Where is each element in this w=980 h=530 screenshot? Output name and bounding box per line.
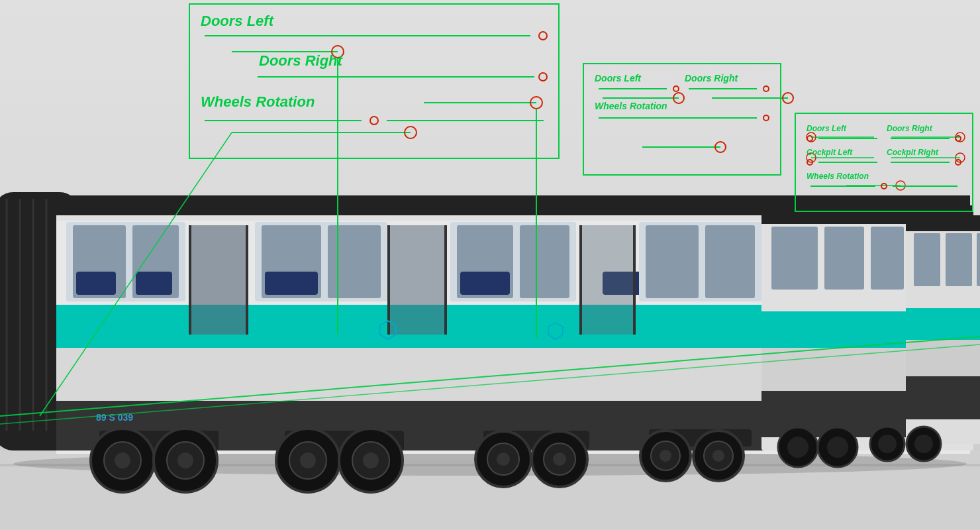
legend-line-wheels bbox=[201, 116, 548, 125]
svg-rect-48 bbox=[824, 227, 864, 290]
svg-rect-58 bbox=[977, 233, 980, 286]
b3-circle-cockpit-right bbox=[955, 159, 961, 166]
svg-point-68 bbox=[177, 452, 193, 468]
line-doors-left bbox=[205, 35, 530, 36]
b3-line-doors-right bbox=[891, 138, 950, 139]
b2-circle-doors-right bbox=[763, 85, 769, 92]
svg-point-97 bbox=[914, 435, 933, 453]
svg-rect-32 bbox=[136, 272, 172, 295]
b3-line-wheels bbox=[810, 186, 875, 187]
svg-text:⬡: ⬡ bbox=[546, 319, 565, 343]
svg-text:⬡: ⬡ bbox=[377, 316, 398, 343]
b3-doors-left-label: Doors Left bbox=[807, 124, 846, 133]
svg-rect-37 bbox=[579, 225, 582, 335]
scene-background: 89 S 039 ⬡ ⬡ bbox=[0, 0, 980, 530]
svg-rect-55 bbox=[906, 376, 980, 419]
b3-cockpit-left-label: Cockpit Left bbox=[807, 148, 852, 157]
b3-circle-cockpit-left bbox=[807, 159, 813, 166]
svg-rect-53 bbox=[906, 308, 980, 340]
svg-rect-21 bbox=[246, 225, 248, 335]
b3-doors-right-label: Doors Right bbox=[887, 124, 932, 133]
svg-rect-24 bbox=[328, 225, 381, 298]
b3-circle-wheels bbox=[881, 183, 887, 189]
legend-item-wheels: Wheels Rotation bbox=[201, 93, 548, 111]
b3-line-doors-left bbox=[818, 138, 877, 139]
svg-rect-56 bbox=[914, 233, 940, 286]
b2-circle-wheels bbox=[763, 115, 769, 121]
doors-right-label: Doors Right bbox=[259, 52, 342, 70]
svg-point-89 bbox=[712, 450, 724, 462]
line-wheels bbox=[205, 120, 362, 121]
b2-doors-right-label: Doors Right bbox=[685, 73, 738, 83]
svg-point-91 bbox=[787, 437, 808, 458]
b3-wheels-label: Wheels Rotation bbox=[807, 172, 869, 181]
b2-circle-doors-left bbox=[673, 85, 679, 92]
b3-circle-doors-right bbox=[955, 135, 961, 142]
doors-left-label: Doors Left bbox=[201, 13, 273, 30]
b3-cockpit-right-label: Cockpit Right bbox=[887, 148, 938, 157]
svg-rect-47 bbox=[771, 227, 818, 290]
b2-line-doors-right bbox=[689, 88, 757, 89]
svg-point-79 bbox=[497, 452, 510, 466]
svg-point-72 bbox=[300, 452, 316, 468]
svg-point-65 bbox=[115, 452, 130, 468]
line-doors-right bbox=[258, 76, 534, 78]
svg-rect-49 bbox=[871, 227, 904, 290]
svg-rect-41 bbox=[705, 225, 755, 298]
b3-line-wheels-2 bbox=[893, 186, 957, 187]
b2-line-wheels bbox=[599, 117, 757, 119]
svg-point-86 bbox=[660, 450, 671, 462]
svg-point-82 bbox=[553, 452, 566, 466]
b2-wheels-label: Wheels Rotation bbox=[595, 101, 667, 111]
svg-rect-31 bbox=[76, 272, 116, 295]
legend-line-doors-left bbox=[201, 31, 548, 40]
svg-rect-27 bbox=[444, 225, 447, 335]
svg-rect-52 bbox=[906, 215, 980, 231]
circle-doors-left bbox=[538, 31, 548, 40]
circle-wheels bbox=[369, 116, 379, 125]
line-wheels-2 bbox=[387, 120, 544, 121]
svg-point-93 bbox=[827, 437, 848, 458]
wheels-rotation-label: Wheels Rotation bbox=[201, 93, 315, 111]
svg-point-75 bbox=[363, 452, 379, 468]
b3-circle-doors-left bbox=[807, 135, 813, 142]
svg-rect-57 bbox=[946, 233, 972, 286]
svg-rect-19 bbox=[189, 225, 248, 335]
legend-box-2: Doors Left Doors Right Wheels Rotation bbox=[583, 63, 781, 176]
svg-point-95 bbox=[878, 435, 897, 453]
svg-rect-20 bbox=[189, 225, 191, 335]
svg-rect-38 bbox=[633, 225, 636, 335]
b2-doors-left-label: Doors Left bbox=[595, 73, 641, 83]
b3-line-cockpit-right bbox=[891, 162, 950, 163]
svg-rect-30 bbox=[520, 225, 569, 298]
b2-line-doors-left bbox=[599, 88, 667, 89]
circle-doors-right bbox=[538, 72, 548, 81]
svg-rect-36 bbox=[579, 225, 636, 335]
svg-rect-34 bbox=[460, 272, 510, 295]
svg-rect-40 bbox=[646, 225, 699, 298]
legend-box-3: Doors Left Doors Right Cockpit Left bbox=[795, 113, 973, 212]
b3-line-cockpit-left bbox=[818, 162, 877, 163]
legend-box-1: Doors Left Doors Right Wheels Rotation bbox=[189, 3, 560, 159]
svg-rect-33 bbox=[265, 272, 318, 295]
legend-item-doors-left: Doors Left bbox=[201, 13, 548, 30]
